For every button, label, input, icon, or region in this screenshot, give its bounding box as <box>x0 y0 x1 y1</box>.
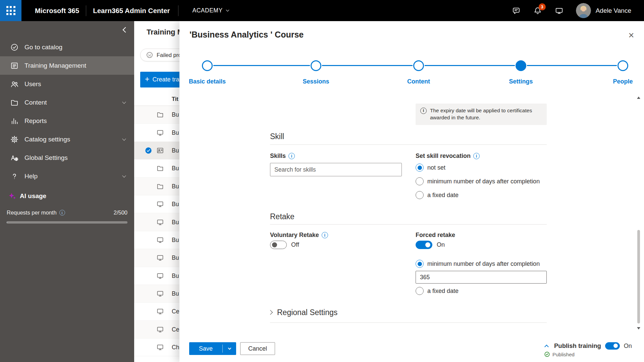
toggle-state-label: Off <box>291 241 299 248</box>
screen-icon <box>156 200 164 208</box>
chevron-down-icon <box>122 174 126 177</box>
screen-icon <box>156 325 164 333</box>
info-icon[interactable] <box>473 153 480 159</box>
sidebar: Go to catalogTraining ManagementUsersCon… <box>0 21 134 362</box>
gear-icon <box>10 135 19 144</box>
sidebar-item-training-management[interactable]: Training Management <box>0 56 134 75</box>
requests-progress-bar <box>7 221 127 224</box>
sidebar-item-help[interactable]: Help <box>0 167 134 185</box>
expiry-note: The expiry date will be applied to certi… <box>416 104 547 125</box>
sidebar-item-label: Training Management <box>24 62 86 69</box>
row-title: Ce <box>172 308 179 315</box>
sparkle-icon <box>8 192 16 200</box>
sidebar-item-global-settings[interactable]: Global Settings <box>0 148 134 167</box>
info-icon[interactable] <box>322 232 328 238</box>
folder-icon <box>10 98 19 107</box>
retake-section-heading: Retake <box>270 212 294 221</box>
forced-retake-option-a-fixed-date[interactable]: a fixed date <box>416 286 547 296</box>
sidebar-item-reports[interactable]: Reports <box>0 112 134 130</box>
step-sessions-circle[interactable] <box>311 60 321 71</box>
plus-icon <box>145 75 149 83</box>
account-button[interactable]: Adele Vance <box>576 3 631 18</box>
publish-training-label: Publish training <box>554 342 601 350</box>
save-button[interactable]: Save <box>189 342 236 355</box>
close-icon[interactable] <box>625 29 637 41</box>
row-title: Bu <box>172 219 179 226</box>
save-menu-button[interactable] <box>223 348 236 349</box>
catalog-icon <box>10 43 19 52</box>
check-circle-icon <box>145 147 152 154</box>
step-sessions-label[interactable]: Sessions <box>272 78 360 85</box>
page-title: Training M <box>147 28 183 37</box>
regional-settings-heading: Regional Settings <box>277 308 337 317</box>
cancel-button[interactable]: Cancel <box>240 342 275 355</box>
skill-revocation-option-a-fixed-date[interactable]: a fixed date <box>416 190 540 200</box>
screen-icon <box>156 290 164 298</box>
scroll-down-arrow[interactable] <box>637 327 640 329</box>
skill-revocation-option-minimum-number-of-days-after-completion[interactable]: minimum number of days after completion <box>416 177 540 186</box>
days-after-completion-input[interactable] <box>416 271 547 284</box>
step-settings-circle[interactable] <box>516 60 526 71</box>
step-content-label[interactable]: Content <box>375 78 462 85</box>
info-icon[interactable] <box>59 210 65 216</box>
collapse-sidebar-button[interactable] <box>119 24 131 36</box>
check-circle-green-icon <box>544 351 550 357</box>
forced-retake-option-minimum-number-of-days-after-completion[interactable]: minimum number of days after completion <box>416 259 547 268</box>
radio-unchecked-icon <box>416 177 424 185</box>
publish-toggle[interactable] <box>605 342 620 350</box>
global-icon <box>10 154 19 162</box>
radio-checked-icon <box>416 260 424 268</box>
voluntary-label: Voluntary Retake <box>270 232 319 239</box>
app-launcher-button[interactable] <box>0 0 21 21</box>
chevron-down-icon <box>122 100 126 104</box>
regional-settings-expander[interactable]: Regional Settings <box>269 307 337 318</box>
forced-label: Forced retake <box>416 232 455 239</box>
step-settings-label[interactable]: Settings <box>477 78 565 85</box>
ai-usage: AI usage <box>8 192 46 200</box>
sad-face-icon <box>146 51 153 59</box>
brand-title: Microsoft 365 <box>35 7 79 15</box>
step-content-circle[interactable] <box>413 60 424 71</box>
folder-icon <box>156 165 164 172</box>
sidebar-item-go-to-catalog[interactable]: Go to catalog <box>0 38 134 56</box>
radio-label: a fixed date <box>427 192 459 199</box>
step-people-circle[interactable] <box>618 60 628 71</box>
scrollbar-thumb[interactable] <box>637 230 640 323</box>
sidebar-item-label: Help <box>24 173 38 180</box>
step-people-label[interactable]: People <box>579 78 644 85</box>
voluntary-retake-toggle[interactable] <box>270 241 287 249</box>
folder-icon <box>156 111 164 119</box>
publish-expander-button[interactable] <box>543 342 550 350</box>
skills-search-input[interactable] <box>270 163 402 176</box>
skills-field-label: Skills <box>270 153 295 160</box>
dialog-scrollbar <box>636 97 641 329</box>
waffle-icon <box>6 6 15 15</box>
tenant-selector[interactable]: ACADEMY <box>193 7 229 14</box>
scroll-up-arrow[interactable] <box>637 97 640 99</box>
chevron-down-icon <box>226 8 229 12</box>
column-title: Tit <box>172 92 178 106</box>
sidebar-item-users[interactable]: Users <box>0 75 134 93</box>
step-basic-details-label[interactable]: Basic details <box>164 78 251 85</box>
stepper-line <box>322 65 413 66</box>
sidebar-item-catalog-settings[interactable]: Catalog settings <box>0 130 134 148</box>
topbar-actions: 3 Adele Vance <box>512 3 644 18</box>
skill-section-heading: Skill <box>270 132 284 141</box>
skill-revocation-option-not-set[interactable]: not set <box>416 163 540 172</box>
row-title: Bu <box>172 111 179 118</box>
chat-button[interactable] <box>512 6 521 15</box>
publish-state-label: On <box>624 343 632 350</box>
sidebar-item-content[interactable]: Content <box>0 93 134 112</box>
radio-label: minimum number of days after completion <box>427 260 540 267</box>
row-title: Bu <box>172 183 179 190</box>
published-status: Published <box>544 351 575 357</box>
forced-retake-toggle[interactable] <box>416 241 432 249</box>
radio-label: not set <box>427 164 445 171</box>
screen-share-button[interactable] <box>554 6 564 15</box>
row-title: Bu <box>172 201 179 208</box>
row-title: Bu <box>172 254 179 261</box>
info-icon[interactable] <box>288 153 295 159</box>
bell-button[interactable]: 3 <box>533 6 542 15</box>
screen-icon <box>156 308 164 315</box>
step-basic-details-circle[interactable] <box>202 60 213 71</box>
